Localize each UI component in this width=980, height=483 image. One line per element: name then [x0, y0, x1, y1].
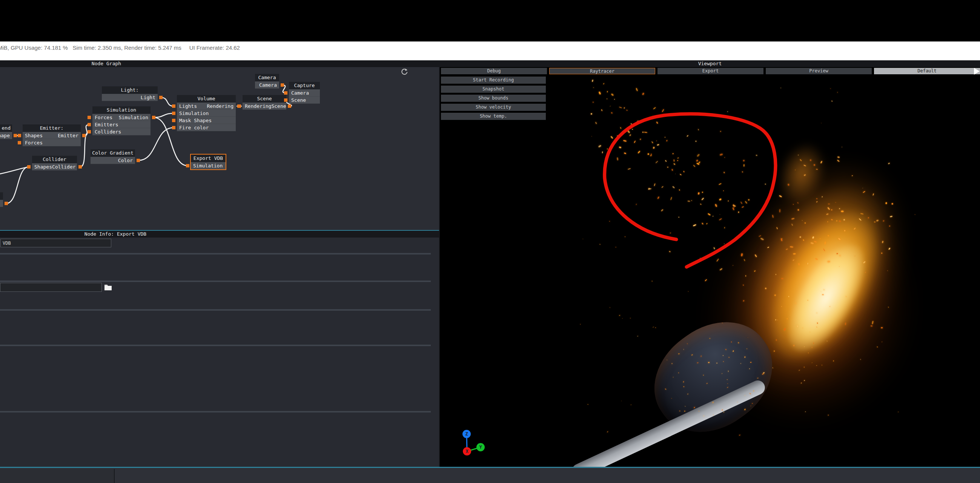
port-label-left: Scene [291, 97, 306, 104]
axis-gizmo[interactable]: Z Y X [451, 418, 500, 463]
port-label-right: Rendering [207, 103, 234, 110]
status-bar: MiB, GPU Usage: 74.181 % Sim time: 2.350… [0, 41, 980, 60]
node-export-vdb[interactable]: Export VDBSimulation [191, 154, 226, 169]
output-port[interactable] [78, 165, 82, 168]
node-simulation[interactable]: SimulationForcesSimulationEmittersCollid… [92, 106, 151, 135]
port-label-left: Fire color [179, 124, 208, 131]
node-wire [0, 167, 29, 175]
separator [0, 411, 431, 413]
node-row: Simulation [177, 110, 236, 117]
node-title: end [0, 124, 12, 132]
output-port[interactable] [152, 116, 156, 119]
input-port[interactable] [88, 123, 91, 126]
port-label-right: Simulation [119, 114, 148, 121]
node-row: ForcesSimulation [92, 114, 151, 121]
node-title: Emitter: Primitives [22, 124, 81, 132]
node-row: Camera [255, 81, 279, 89]
node-row: Fire color [177, 124, 236, 131]
input-port[interactable] [27, 165, 30, 168]
node-row: Camera [289, 89, 320, 97]
node-title [0, 192, 3, 200]
node-row: Emitters [92, 121, 151, 128]
output-port[interactable] [5, 202, 8, 205]
input-port[interactable] [172, 119, 175, 122]
node-row: Shape [0, 132, 12, 139]
port-label-left: Mask Shapes [179, 117, 212, 124]
input-port[interactable] [172, 126, 175, 129]
node-volume[interactable]: VolumeLightsRenderingSimulationMask Shap… [177, 95, 236, 131]
node-title: Light: Directional [102, 86, 158, 94]
mode-tab-default[interactable]: Default [874, 68, 980, 74]
input-port[interactable] [88, 130, 91, 133]
mode-tab-raytracer[interactable]: Raytracer [549, 68, 655, 74]
node-row: Simulation [191, 162, 226, 169]
red-annotation-stroke [605, 114, 776, 267]
output-port[interactable] [288, 105, 291, 108]
separator [0, 281, 431, 282]
input-port[interactable] [172, 111, 175, 115]
input-port[interactable] [284, 91, 288, 95]
port-label-right: Emitter [58, 132, 78, 139]
viewport-button-show-velocity[interactable]: Show velocity [441, 104, 546, 111]
port-label-left: Forces [25, 139, 43, 146]
node-light-directional[interactable]: Light: DirectionalLight [102, 86, 158, 101]
node-row: RenderingScene [243, 103, 286, 110]
export-path-input[interactable] [0, 283, 102, 292]
viewport-header: Viewport [440, 60, 980, 67]
port-label-left: Camera [291, 89, 309, 97]
axis-x-label: X [466, 449, 468, 454]
node-capture[interactable]: CaptureCameraScene [289, 82, 320, 104]
node-emitter-primitives[interactable]: Emitter: PrimitivesShapesEmitterForces [22, 124, 81, 146]
input-port[interactable] [172, 105, 175, 108]
port-label-left: Lights [179, 103, 197, 110]
output-port[interactable] [281, 83, 284, 87]
port-label-right: Scene [271, 103, 286, 110]
node-blend-partial[interactable]: endShape [0, 124, 12, 139]
port-label-left: Simulation [193, 162, 223, 169]
node-row [0, 200, 3, 207]
viewport-button-show-bounds[interactable]: Show bounds [441, 95, 546, 102]
output-port[interactable] [159, 96, 162, 99]
cursor-arrow-icon [974, 68, 980, 75]
node-camera[interactable]: CameraCamera [255, 74, 279, 89]
output-port[interactable] [14, 134, 17, 137]
input-port[interactable] [18, 141, 21, 145]
port-label-left: Forces [95, 114, 112, 121]
viewport-scene[interactable]: Z Y X [440, 67, 980, 467]
input-port[interactable] [238, 105, 241, 108]
mode-tab-preview[interactable]: Preview [766, 68, 872, 74]
input-port[interactable] [186, 164, 189, 167]
node-row: Light [102, 94, 158, 101]
port-label-right: Collider [52, 163, 76, 170]
port-label-left: Shapes [34, 163, 52, 170]
node-name-input[interactable] [0, 239, 111, 247]
viewport-button-start-recording[interactable]: Start Recording [441, 76, 546, 84]
node-graph-canvas[interactable]: endShapeEmitter: PrimitivesShapesEmitter… [0, 67, 439, 230]
node-collider[interactable]: ColliderShapesCollider [32, 156, 77, 170]
annotation-layer [440, 67, 980, 467]
folder-icon[interactable] [104, 284, 112, 291]
node-graph-title: Node Graph [0, 60, 213, 67]
viewport-title: Viewport [440, 60, 980, 67]
node-title: Camera [255, 74, 279, 81]
node-title: Simulation [92, 106, 151, 114]
input-port[interactable] [284, 99, 288, 102]
node-wires [0, 67, 439, 230]
mode-tab-debug[interactable]: Debug [441, 68, 547, 74]
input-port[interactable] [88, 116, 91, 119]
bottom-bar-divider [114, 469, 115, 483]
node-row: Colliders [92, 128, 151, 135]
output-port[interactable] [82, 134, 86, 137]
output-port[interactable] [137, 159, 140, 162]
port-label-right: Shape [0, 132, 10, 139]
refresh-icon[interactable] [400, 68, 409, 76]
node-shape-partial[interactable] [0, 192, 3, 207]
input-port[interactable] [18, 134, 21, 137]
node-scene[interactable]: SceneRenderingScene [243, 95, 286, 110]
node-color-gradient[interactable]: Color GradientColor [91, 149, 135, 164]
viewport-button-show-temp[interactable]: Show temp. [441, 113, 546, 120]
mode-tab-export[interactable]: Export [657, 68, 764, 74]
viewport-button-snapshot[interactable]: Snapshot [441, 86, 546, 93]
node-title: Scene [243, 95, 286, 103]
separator [0, 345, 431, 346]
